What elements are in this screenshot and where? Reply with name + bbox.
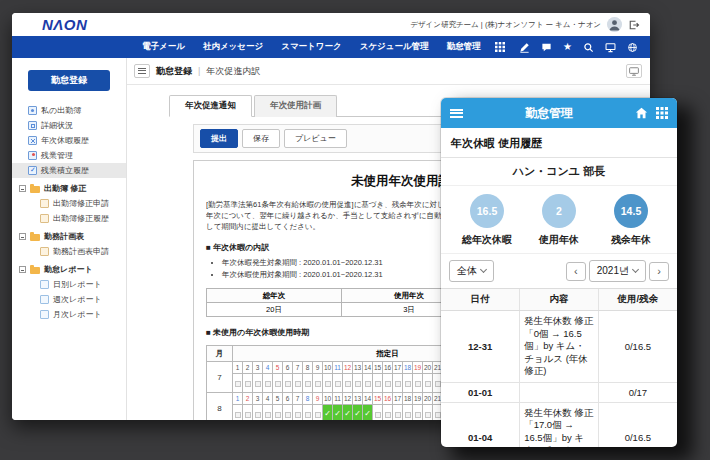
calendar-day-checkbox[interactable]: ✓ <box>333 405 343 421</box>
calendar-day-checkbox[interactable] <box>383 405 393 421</box>
calendar-day-checkbox[interactable] <box>233 405 243 421</box>
sidebar-item-attendance-correction-request[interactable]: 出勤簿修正申請 <box>12 196 126 211</box>
calendar-day-checkbox[interactable] <box>283 374 293 393</box>
calendar-day-checkbox[interactable] <box>263 374 273 393</box>
sidebar-item-label: 詳細状況 <box>41 120 73 131</box>
calendar-day-checkbox[interactable] <box>253 405 263 421</box>
main-nav: 電子メール社内メッセージスマートワークスケジュール管理勤怠管理 ★ <box>12 36 650 58</box>
calendar-day-checkbox[interactable] <box>353 374 363 393</box>
tab-annual-usage-plan[interactable]: 年次使用計画 <box>254 95 337 117</box>
submit-button[interactable]: 提出 <box>200 129 238 148</box>
prev-year-button[interactable]: ‹ <box>566 262 586 281</box>
calendar-day-checkbox[interactable] <box>283 405 293 421</box>
calendar-day-checkbox[interactable] <box>413 374 423 393</box>
calendar-day-checkbox[interactable] <box>403 374 413 393</box>
nav-item-smartwork[interactable]: スマートワーク <box>281 41 342 53</box>
calendar-day-checkbox[interactable] <box>373 374 383 393</box>
calendar-day-checkbox[interactable] <box>423 405 433 421</box>
search-icon[interactable] <box>583 42 594 53</box>
calendar-day-checkbox[interactable] <box>323 374 333 393</box>
calendar-day-checkbox[interactable] <box>383 374 393 393</box>
logout-icon[interactable] <box>628 19 640 31</box>
calendar-day-number: 6 <box>283 393 293 405</box>
calendar-day-checkbox[interactable] <box>253 374 263 393</box>
sidebar-item-daily-report[interactable]: 日別レポート <box>12 277 126 292</box>
calendar-day-checkbox[interactable] <box>373 405 383 421</box>
attendance-book-icon <box>28 106 37 115</box>
scope-dropdown[interactable]: 全体 <box>449 260 494 282</box>
sidebar-item-weekly-report[interactable]: 週次レポート <box>12 292 126 307</box>
calendar-day-checkbox[interactable] <box>243 374 253 393</box>
calendar-day-checkbox[interactable] <box>293 405 303 421</box>
calendar-day-checkbox[interactable]: ✓ <box>323 405 333 421</box>
sidebar-item-work-plan-request[interactable]: 勤務計画表申請 <box>12 244 126 259</box>
sidebar-item-work-plan-folder[interactable]: 勤務計画表 <box>12 229 126 244</box>
calendar-day-checkbox[interactable] <box>263 405 273 421</box>
screen-icon[interactable] <box>626 64 642 78</box>
calendar-day-checkbox[interactable]: ✓ <box>363 405 373 421</box>
nav-item-attendance[interactable]: 勤怠管理 <box>447 41 481 53</box>
calendar-day-checkbox[interactable] <box>293 374 303 393</box>
home-icon[interactable] <box>635 107 648 119</box>
calendar-day-checkbox[interactable] <box>303 405 313 421</box>
apps-grid-icon[interactable] <box>495 42 505 52</box>
calendar-day-checkbox[interactable] <box>413 405 423 421</box>
sidebar-item-monthly-report[interactable]: 月次レポート <box>12 307 126 322</box>
calendar-day-checkbox[interactable] <box>273 405 283 421</box>
tab-annual-promotion-notice[interactable]: 年次促進通知 <box>169 95 252 117</box>
monitor-icon[interactable] <box>605 42 616 53</box>
usage-table-row[interactable]: 01-010/17 <box>441 382 677 402</box>
calendar-day-checkbox[interactable] <box>233 374 243 393</box>
calendar-day-checkbox[interactable] <box>333 374 343 393</box>
year-dropdown[interactable]: 2021년 <box>589 260 646 282</box>
usage-table-row[interactable]: 01-04発生年休数 修正「17.0個 → 16.5個」by キム・チョルス (… <box>441 402 677 447</box>
calendar-day-checkbox[interactable] <box>243 405 253 421</box>
calendar-day-number: 11 <box>333 393 343 405</box>
calendar-day-number: 15 <box>373 362 383 374</box>
empty-checkbox <box>285 412 291 418</box>
next-year-button[interactable]: › <box>649 262 669 281</box>
tree-expander-icon[interactable] <box>19 185 26 192</box>
panel-menu-icon[interactable] <box>450 109 463 118</box>
sidebar-item-annual-leave-history[interactable]: 年次休暇履歴 <box>12 133 126 148</box>
tree-expander-icon[interactable] <box>19 266 26 273</box>
sidebar-item-attendance-correction-folder[interactable]: 出勤簿 修正 <box>12 181 126 196</box>
stage: NΛON デザイン研究チーム | (株)ナオンソフト ー キム・ナオン 電子メー… <box>0 0 710 460</box>
preview-button[interactable]: プレビュー <box>284 129 347 148</box>
calendar-day-checkbox[interactable] <box>403 405 413 421</box>
calendar-day-checkbox[interactable] <box>313 405 323 421</box>
nav-actions: ★ <box>519 42 638 53</box>
calendar-day-checkbox[interactable] <box>313 374 323 393</box>
globe-icon[interactable] <box>627 42 638 53</box>
sidebar-item-detail-status[interactable]: 詳細状況 <box>12 118 126 133</box>
sidebar-item-overtime-management[interactable]: 残業管理 <box>12 148 126 163</box>
star-icon[interactable]: ★ <box>563 42 572 52</box>
nav-item-internal-message[interactable]: 社内メッセージ <box>203 41 263 53</box>
calendar-day-number: 15 <box>373 393 383 405</box>
calendar-day-checkbox[interactable] <box>363 374 373 393</box>
calendar-day-checkbox[interactable] <box>393 405 403 421</box>
chat-icon[interactable] <box>541 42 552 53</box>
nav-item-email[interactable]: 電子メール <box>142 41 185 53</box>
calendar-day-checkbox[interactable] <box>303 374 313 393</box>
sidebar-item-overtime-accrual-history[interactable]: 残業積立履歴 <box>12 163 126 178</box>
panel-grid-icon[interactable] <box>656 107 668 119</box>
sidebar-item-attendance-report-folder[interactable]: 勤怠レポート <box>12 262 126 277</box>
calendar-day-checkbox[interactable] <box>393 374 403 393</box>
attendance-registration-button[interactable]: 勤怠登録 <box>28 70 110 91</box>
menu-toggle-icon[interactable] <box>134 64 150 78</box>
calendar-day-checkbox[interactable] <box>423 374 433 393</box>
usage-table-row[interactable]: 12-31発生年休数 修正「0個 → 16.5個」by キム・チョルス (年休修… <box>441 311 677 383</box>
calendar-day-checkbox[interactable] <box>273 374 283 393</box>
avatar[interactable] <box>607 17 622 32</box>
calendar-day-checkbox[interactable]: ✓ <box>343 405 353 421</box>
sidebar-item-attendance-correction-history[interactable]: 出勤簿修正履歴 <box>12 211 126 226</box>
nav-item-schedule[interactable]: スケジュール管理 <box>360 41 429 53</box>
sidebar-item-my-attendance-book[interactable]: 私の出勤簿 <box>12 103 126 118</box>
tree-expander-icon[interactable] <box>19 233 26 240</box>
calendar-day-checkbox[interactable] <box>343 374 353 393</box>
edit-icon[interactable] <box>519 42 530 53</box>
calendar-day-checkbox[interactable]: ✓ <box>353 405 363 421</box>
sidebar-item-label: 私の出勤簿 <box>41 105 81 116</box>
save-button[interactable]: 保存 <box>242 129 280 148</box>
